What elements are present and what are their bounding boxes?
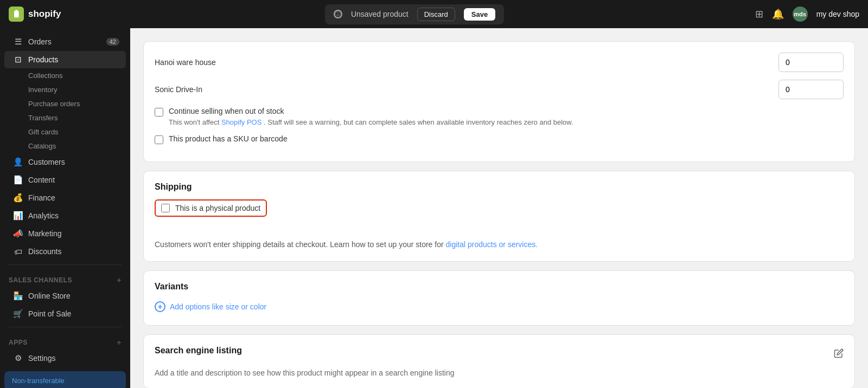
physical-product-checkbox[interactable]	[161, 204, 170, 212]
sidebar-item-orders[interactable]: ☰ Orders 42	[4, 33, 126, 50]
sidebar-divider-1	[9, 264, 122, 265]
sidebar-item-point-of-sale[interactable]: 🛒 Point of Sale	[4, 305, 126, 322]
add-options-label: Add options like size or color	[170, 302, 266, 311]
location2-name: Sonic Drive-In	[155, 85, 202, 94]
content-icon: 📄	[13, 175, 23, 185]
orders-icon: ☰	[13, 37, 23, 47]
physical-product-label: This is a physical product	[175, 204, 260, 212]
apps-header[interactable]: Apps +	[0, 332, 130, 349]
add-variants-row[interactable]: + Add options like size or color	[155, 299, 844, 314]
analytics-icon: 📊	[13, 211, 23, 221]
layout: ☰ Orders 42 ⊡ Products Collections Inven…	[0, 28, 868, 388]
continue-selling-hint: This won't affect Shopify POS . Staff wi…	[169, 117, 573, 128]
chevron-right-icon-apps: +	[117, 338, 122, 347]
location1-qty-input[interactable]	[778, 53, 844, 72]
chevron-right-icon: +	[117, 276, 122, 284]
pos-icon: 🛒	[13, 309, 23, 319]
seo-title: Search engine listing	[155, 346, 242, 355]
sidebar-item-transfers[interactable]: Transfers	[4, 111, 126, 125]
add-variant-icon: +	[155, 301, 165, 312]
inventory-card: Hanoi ware house Sonic Drive-In Continue…	[143, 41, 855, 162]
variants-title: Variants	[155, 282, 844, 292]
location-row-1: Hanoi ware house	[155, 53, 844, 72]
customers-icon: 👤	[13, 157, 23, 167]
products-icon: ⊡	[13, 55, 23, 64]
unsaved-bar: ⓘ Unsaved product Discard Save	[325, 4, 504, 24]
sidebar-item-purchase-orders[interactable]: Purchase orders	[4, 97, 126, 111]
discard-button[interactable]: Discard	[417, 8, 455, 21]
orders-badge: 42	[106, 38, 119, 46]
sidebar-item-discounts[interactable]: 🏷 Discounts	[4, 243, 126, 260]
continue-selling-checkbox[interactable]	[155, 108, 163, 117]
location1-name: Hanoi ware house	[155, 58, 216, 67]
online-store-icon: 🏪	[13, 291, 23, 301]
seo-description: Add a title and description to see how t…	[155, 368, 844, 377]
sidebar-item-settings[interactable]: ⚙ Settings	[4, 350, 126, 367]
sku-barcode-row: This product has a SKU or barcode	[155, 134, 844, 144]
sidebar-item-inventory[interactable]: Inventory	[4, 83, 126, 96]
shopify-bag-icon	[9, 7, 24, 22]
sidebar-item-customers[interactable]: 👤 Customers	[4, 153, 126, 171]
seo-card: Search engine listing Add a title and de…	[143, 334, 855, 388]
digital-products-link[interactable]: digital products or services.	[446, 240, 538, 249]
location2-qty-input[interactable]	[778, 80, 844, 99]
topbar: shopify ⓘ Unsaved product Discard Save ⊞…	[0, 0, 868, 28]
topbar-center: ⓘ Unsaved product Discard Save	[74, 4, 755, 24]
unsaved-icon: ⓘ	[334, 10, 342, 18]
sidebar-item-products[interactable]: ⊡ Products	[4, 51, 126, 68]
logo[interactable]: shopify	[9, 7, 61, 22]
shop-name: my dev shop	[816, 10, 859, 18]
main-content: Hanoi ware house Sonic Drive-In Continue…	[130, 28, 868, 388]
marketing-icon: 📣	[13, 229, 23, 238]
sales-channels-header[interactable]: Sales channels +	[0, 269, 130, 287]
sidebar: ☰ Orders 42 ⊡ Products Collections Inven…	[0, 28, 130, 388]
sidebar-item-finance[interactable]: 💰 Finance	[4, 189, 126, 206]
topbar-right: ⊞ 🔔 mds my dev shop	[755, 7, 859, 22]
shopify-pos-link[interactable]: Shopify POS	[221, 118, 261, 126]
sku-barcode-label: This product has a SKU or barcode	[169, 134, 288, 143]
unsaved-text: Unsaved product	[351, 10, 409, 18]
seo-header: Search engine listing	[155, 346, 844, 363]
sidebar-item-content[interactable]: 📄 Content	[4, 171, 126, 189]
physical-product-row: This is a physical product	[155, 199, 267, 217]
sidebar-item-marketing[interactable]: 📣 Marketing	[4, 225, 126, 242]
continue-selling-row: Continue selling when out of stock This …	[155, 107, 844, 128]
apps-icon[interactable]: ⊞	[755, 8, 763, 20]
discounts-icon: 🏷	[13, 247, 23, 256]
finance-icon: 💰	[13, 193, 23, 203]
non-transferable-banner[interactable]: Non-transferable	[4, 371, 126, 388]
sku-barcode-checkbox[interactable]	[155, 135, 163, 144]
sidebar-item-online-store[interactable]: 🏪 Online Store	[4, 287, 126, 305]
save-button[interactable]: Save	[464, 8, 495, 21]
continue-selling-label: Continue selling when out of stock	[169, 107, 573, 115]
shipping-card: Shipping This is a physical product Cust…	[143, 171, 855, 262]
settings-icon: ⚙	[13, 353, 23, 363]
bell-icon[interactable]: 🔔	[772, 8, 784, 20]
sidebar-item-collections[interactable]: Collections	[4, 69, 126, 82]
sidebar-item-catalogs[interactable]: Catalogs	[4, 139, 126, 153]
sidebar-divider-2	[9, 327, 122, 327]
shipping-info-text: Customers won't enter shipping details a…	[155, 238, 844, 250]
shipping-title: Shipping	[155, 182, 844, 192]
sidebar-item-analytics[interactable]: 📊 Analytics	[4, 207, 126, 224]
avatar[interactable]: mds	[793, 7, 808, 22]
variants-card: Variants + Add options like size or colo…	[143, 270, 855, 326]
sidebar-item-gift-cards[interactable]: Gift cards	[4, 125, 126, 139]
seo-edit-icon[interactable]	[834, 348, 844, 360]
location-row-2: Sonic Drive-In	[155, 80, 844, 99]
